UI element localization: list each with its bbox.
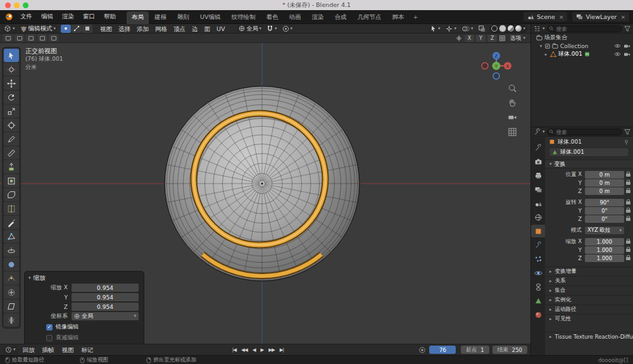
- clear-icon[interactable]: ×: [559, 14, 564, 20]
- gizmo-negative-z-axis[interactable]: [493, 73, 499, 79]
- timeline-menu-0[interactable]: 回放: [19, 346, 39, 355]
- property-section-header[interactable]: ▸实例化: [545, 295, 633, 304]
- hide-in-viewport-icon[interactable]: [614, 51, 621, 57]
- prop-number-field[interactable]: 0 m: [585, 187, 624, 195]
- hide-in-viewport-icon[interactable]: [614, 43, 621, 49]
- transform-orientation-dropdown[interactable]: 全局 ▾: [237, 25, 263, 33]
- auto-keying-icon[interactable]: [418, 346, 426, 354]
- zoom-window-button[interactable]: [23, 3, 28, 8]
- lock-icon[interactable]: [626, 257, 630, 260]
- object-name-field[interactable]: 球体.001: [549, 147, 629, 157]
- menu-item-3[interactable]: 窗口: [78, 11, 99, 22]
- gizmo-negative-x-axis[interactable]: [482, 63, 488, 69]
- tool-inset-faces-button[interactable]: [4, 174, 19, 187]
- viewport-menu-3[interactable]: 网格: [152, 25, 170, 33]
- tool-settings-icon[interactable]: [26, 34, 35, 42]
- transform-panel-header[interactable]: ▾ 变换: [545, 160, 633, 168]
- workspace-tab-6[interactable]: 动画: [284, 11, 306, 24]
- tool-bevel-button[interactable]: [4, 188, 19, 201]
- editor-type-button[interactable]: ▾: [2, 25, 17, 33]
- pin-icon[interactable]: [624, 139, 629, 145]
- tool-settings-icon[interactable]: [3, 34, 13, 42]
- workspace-tab-3[interactable]: UV编辑: [195, 11, 225, 24]
- lock-icon[interactable]: [626, 182, 630, 185]
- prop-number-field[interactable]: 1.000: [585, 254, 624, 262]
- play-button[interactable]: ▶: [258, 347, 266, 353]
- property-section-header[interactable]: ▸集合: [545, 286, 633, 295]
- properties-search-input[interactable]: [547, 129, 622, 135]
- previous-keyframe-button[interactable]: ◀◀: [239, 347, 250, 353]
- property-section-header[interactable]: ▸可见性: [545, 314, 633, 323]
- tool-scale-button[interactable]: [4, 104, 19, 118]
- properties-tab-material[interactable]: [531, 308, 545, 321]
- jump-to-end-button[interactable]: ▶|: [277, 347, 286, 353]
- zoom-icon[interactable]: [508, 84, 517, 93]
- current-frame-field[interactable]: 76: [429, 346, 456, 354]
- viewport-menu-7[interactable]: UV: [213, 25, 228, 33]
- disable-in-render-icon[interactable]: [624, 43, 630, 49]
- workspace-tab-10[interactable]: 脚本: [387, 11, 409, 24]
- outliner-search-input[interactable]: [547, 25, 622, 32]
- collection-checkbox[interactable]: ✓: [545, 44, 550, 49]
- properties-editor-icon[interactable]: [534, 129, 541, 135]
- property-section-header[interactable]: ▸运动路径: [545, 304, 633, 314]
- disable-in-render-icon[interactable]: [624, 51, 630, 57]
- outliner-row-scene-collection[interactable]: 场景集合: [531, 34, 633, 42]
- viewport-menu-5[interactable]: 边: [189, 25, 201, 33]
- workspace-tab-4[interactable]: 纹理绘制: [226, 11, 260, 24]
- lock-icon[interactable]: [626, 173, 630, 177]
- tool-annotate-button[interactable]: [4, 132, 19, 146]
- prop-number-field[interactable]: 1.000: [585, 246, 624, 254]
- viewport-3d[interactable]: 正交前视图 (76) 球体.001 分米 Z X Y ▾: [0, 43, 530, 344]
- viewport-menu-6[interactable]: 面: [201, 25, 214, 33]
- gizmos-toggle[interactable]: ▾: [444, 25, 458, 33]
- tool-shrink-flatten-button[interactable]: [4, 286, 19, 299]
- operator-number-field[interactable]: 0.954: [72, 303, 139, 311]
- toggle-ortho-grid-icon[interactable]: [508, 127, 517, 137]
- next-frame-button[interactable]: ▶▶: [266, 347, 277, 353]
- properties-tab-view-layer[interactable]: [531, 183, 545, 196]
- tool-rotate-button[interactable]: [4, 91, 19, 104]
- tool-transform-button[interactable]: [4, 118, 19, 132]
- workspace-tab-7[interactable]: 渲染: [306, 11, 329, 24]
- property-section-header[interactable]: ▸变换增量: [545, 267, 633, 276]
- tool-extrude-region-button[interactable]: [4, 160, 19, 173]
- prop-number-field[interactable]: 0°: [585, 215, 624, 223]
- mirror-y-toggle[interactable]: Y: [476, 35, 486, 42]
- timeline-menu-1[interactable]: 插帧: [39, 346, 58, 355]
- properties-tab-render[interactable]: [531, 155, 545, 168]
- workspace-tab-5[interactable]: 着色: [261, 11, 283, 24]
- tool-loop-cut-button[interactable]: [4, 202, 19, 215]
- lock-icon[interactable]: [626, 241, 630, 244]
- operator-number-field[interactable]: 0.954: [72, 293, 139, 301]
- operator-panel[interactable]: ▾ 缩放 缩放 X0.954Y0.954Z0.954 坐标系 全局 ▾ ✓ 镜像…: [24, 271, 144, 344]
- mirror-editing-checkbox[interactable]: ✓: [46, 324, 53, 330]
- blender-logo-icon[interactable]: [4, 12, 13, 22]
- tool-settings-icon[interactable]: [37, 34, 47, 42]
- lock-icon[interactable]: [626, 210, 630, 213]
- operator-number-field[interactable]: 0.954: [72, 284, 139, 292]
- falloff-editing-checkbox[interactable]: [46, 335, 53, 341]
- menu-item-1[interactable]: 编辑: [37, 11, 58, 22]
- shading-material-button[interactable]: [508, 25, 514, 32]
- tool-cursor-3d-button[interactable]: [4, 63, 19, 76]
- properties-tab-object-data[interactable]: [531, 294, 545, 307]
- rotation-mode-select[interactable]: XYZ 欧拉▾: [585, 227, 624, 234]
- tool-settings-icon[interactable]: [49, 34, 58, 42]
- properties-tab-scene[interactable]: [531, 197, 545, 210]
- operator-orientation-select[interactable]: 全局 ▾: [72, 312, 139, 320]
- frame-start-field[interactable]: 起点1: [461, 346, 489, 354]
- properties-tab-physics[interactable]: [531, 267, 545, 279]
- viewport-menu-0[interactable]: 视图: [97, 25, 115, 33]
- add-workspace-button[interactable]: +: [409, 11, 422, 23]
- select-mode-face-button[interactable]: [82, 25, 92, 33]
- previous-frame-button[interactable]: ◀: [250, 347, 258, 353]
- workspace-tab-9[interactable]: 几何节点: [352, 11, 386, 24]
- viewport-menu-1[interactable]: 选择: [115, 25, 134, 33]
- proportional-edit-toggle[interactable]: ▾: [280, 25, 295, 33]
- tool-tweak-select-button[interactable]: [4, 49, 19, 62]
- minimize-window-button[interactable]: [14, 3, 20, 8]
- menu-item-2[interactable]: 渲染: [58, 11, 78, 22]
- outliner-row-collection[interactable]: ▾ ✓ Collection: [531, 42, 633, 50]
- shading-solid-button[interactable]: [499, 25, 506, 32]
